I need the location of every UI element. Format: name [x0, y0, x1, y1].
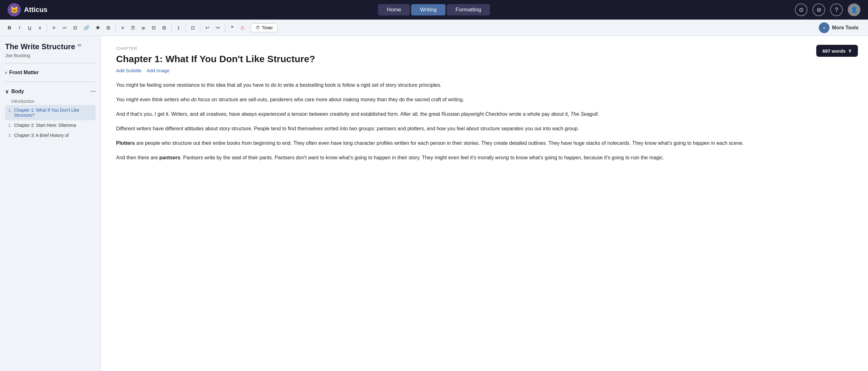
help-icon: ?: [835, 7, 838, 13]
number-button[interactable]: 1: [174, 23, 183, 33]
chapter-label: Chapter: [116, 46, 853, 51]
chapter-title-2: Chapter 2: Start Here: Dilemma: [14, 123, 76, 128]
add-links-area: Add Subtitle Add Image: [116, 68, 853, 73]
link-button[interactable]: 🔗: [81, 23, 92, 33]
numbered-list-button[interactable]: ⊟: [71, 23, 80, 33]
paragraph-3: And if that's you, I get it. Writers, an…: [116, 110, 853, 119]
body-chevron-icon: ∨: [5, 89, 9, 95]
words-chevron-icon: ∨: [848, 48, 851, 54]
writing-nav-button[interactable]: Writing: [411, 4, 446, 16]
chapter-item-3[interactable]: 3. Chapter 3: A Brief History of: [5, 130, 96, 141]
toolbar: B I U ∨ ≡ ≔ ⊟ 🔗 ✱ ⊞ ≡ ☰ ≣ ⊟ ⊞ 1 ⊡ ↩ ↪ ❝ …: [0, 20, 868, 36]
alert-button[interactable]: ⚠: [238, 23, 247, 33]
intro-label: Introduction: [5, 96, 96, 105]
logo-area: 🐱 Atticus: [7, 3, 48, 17]
words-count-badge[interactable]: 697 words ∨: [816, 45, 858, 57]
add-subtitle-link[interactable]: Add Subtitle: [116, 68, 142, 73]
chapter-num-2: 2.: [8, 123, 12, 128]
chapter-num-1: 1.: [8, 107, 12, 113]
align-c2-button[interactable]: ☰: [128, 23, 137, 33]
chapter-heading[interactable]: Chapter 1: What If You Don't Like Struct…: [116, 53, 853, 65]
book-info: The Write Structure Joe Bunting: [5, 42, 75, 58]
toolbar-sep-2: [116, 23, 116, 32]
expand-icon: ⊡: [191, 25, 195, 31]
body-section[interactable]: ∨ Body ···: [5, 87, 96, 96]
book-title: The Write Structure: [5, 42, 75, 52]
edit-book-icon[interactable]: ✏: [78, 42, 82, 48]
nav-right: ⊙ ⊘ ? 👤: [795, 3, 861, 16]
align-c1-button[interactable]: ≡: [118, 23, 127, 33]
book-header: The Write Structure Joe Bunting ✏: [5, 42, 96, 58]
home-nav-button[interactable]: Home: [378, 4, 410, 16]
book-author: Joe Bunting: [5, 53, 75, 58]
toolbar-sep-4: [185, 23, 186, 32]
editor-area: 697 words ∨ Chapter Chapter 1: What If Y…: [101, 36, 868, 371]
redo-icon: ↪: [216, 25, 220, 31]
app-name: Atticus: [24, 6, 48, 14]
align-c3-button[interactable]: ≣: [139, 23, 148, 33]
toolbar-sep-3: [171, 23, 172, 32]
align-left-button[interactable]: ≡: [50, 23, 58, 33]
text-style-dropdown[interactable]: ∨: [35, 23, 44, 33]
add-image-link[interactable]: Add Image: [147, 68, 170, 73]
export-icon: ⊙: [799, 6, 804, 13]
undo-icon: ↩: [205, 25, 210, 31]
image-icon: ⊞: [106, 25, 111, 31]
chapter-item-1[interactable]: 1. Chapter 1: What If You Don't Like Str…: [5, 105, 96, 120]
special-char-button[interactable]: ✱: [93, 23, 102, 33]
chapter-title-1: Chapter 1: What If You Don't Like Struct…: [14, 107, 92, 118]
more-tools-label: More Tools: [832, 25, 859, 31]
paragraph-4: Different writers have different attitud…: [116, 124, 853, 133]
paragraph-5: Plotters are people who structure out th…: [116, 139, 853, 148]
sidebar-divider-1: [5, 63, 96, 63]
body-label: Body: [11, 89, 24, 94]
undo-button[interactable]: ↩: [203, 23, 212, 33]
toolbar-sep-5: [200, 23, 200, 32]
front-matter-chevron-icon: ›: [5, 70, 7, 75]
paragraph-2: You might even think writers who do focu…: [116, 95, 853, 104]
main-layout: The Write Structure Joe Bunting ✏ › Fron…: [0, 36, 868, 371]
export-button[interactable]: ⊙: [795, 3, 807, 16]
toolbar-sep-6: [225, 23, 225, 32]
link-icon: 🔗: [84, 25, 90, 31]
words-count-text: 697 words: [823, 48, 846, 54]
expand-button[interactable]: ⊡: [188, 23, 197, 33]
editor-content[interactable]: You might be feeling some resistance to …: [116, 81, 853, 162]
paragraph-1: You might be feeling some resistance to …: [116, 81, 853, 90]
avatar-button[interactable]: 👤: [848, 3, 861, 16]
align-c5-button[interactable]: ⊞: [160, 23, 169, 33]
sidebar: The Write Structure Joe Bunting ✏ › Fron…: [0, 36, 101, 371]
alert-icon: ⚠: [240, 25, 244, 31]
formatting-nav-button[interactable]: Formatting: [446, 4, 490, 16]
bold-button[interactable]: B: [5, 23, 14, 33]
chapter-num-3: 3.: [8, 133, 12, 138]
chapter-item-2[interactable]: 2. Chapter 2: Start Here: Dilemma: [5, 120, 96, 130]
body-menu-icon[interactable]: ···: [91, 88, 96, 95]
help-button[interactable]: ?: [830, 3, 843, 16]
redo-button[interactable]: ↪: [213, 23, 222, 33]
save-button[interactable]: ⊘: [812, 3, 825, 16]
quote-icon: ❝: [231, 25, 234, 31]
save-icon: ⊘: [816, 6, 821, 13]
more-tools-area: ‹ More Tools: [814, 21, 863, 35]
more-tools-button[interactable]: ‹ More Tools: [814, 21, 863, 35]
italic-button[interactable]: I: [15, 23, 24, 33]
timer-button[interactable]: ⏱ Timer: [251, 23, 278, 32]
chapter-title-3: Chapter 3: A Brief History of: [14, 133, 69, 138]
avatar-icon: 👤: [851, 6, 858, 13]
front-matter-label: Front Matter: [9, 70, 38, 75]
quote-button[interactable]: ❝: [228, 23, 237, 33]
timer-label: Timer: [262, 25, 273, 30]
align-c4-button[interactable]: ⊟: [149, 23, 158, 33]
paragraph-6: And then there are pantsers. Pantsers wr…: [116, 153, 853, 162]
chevron-left-icon: ‹: [819, 22, 830, 33]
image-button[interactable]: ⊞: [104, 23, 113, 33]
front-matter-section[interactable]: › Front Matter: [5, 68, 96, 77]
top-nav: 🐱 Atticus Home Writing Formatting ⊙ ⊘ ? …: [0, 0, 868, 20]
sidebar-divider-2: [5, 82, 96, 82]
timer-icon: ⏱: [255, 25, 260, 30]
underline-button[interactable]: U: [25, 23, 34, 33]
nav-center: Home Writing Formatting: [378, 4, 490, 16]
bullet-list-button[interactable]: ≔: [60, 23, 69, 33]
logo-icon: 🐱: [7, 3, 21, 17]
